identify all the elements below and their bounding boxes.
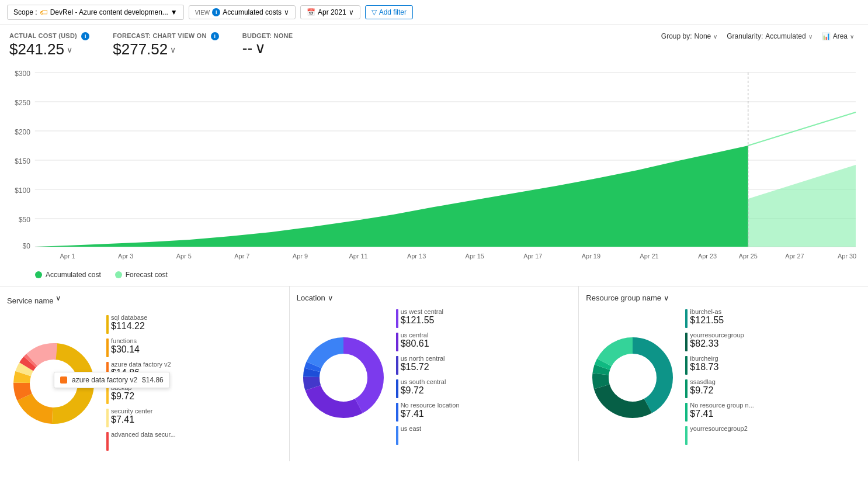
list-item: us west central $121.55 (396, 308, 572, 328)
svg-text:$50: $50 (19, 216, 30, 224)
date-value: Apr 2021 (318, 8, 346, 16)
legend-bar (685, 333, 688, 351)
legend-text: us south central $9.72 (401, 378, 446, 396)
resource-group-panel: Resource group name ∨ ibu (579, 286, 868, 461)
service-donut: azure data factory v2 $14.86 (7, 337, 100, 432)
resource-group-legend-list: iburchel-as $121.55 yourresourcegroup $8… (685, 308, 861, 448)
budget-chevron[interactable]: ∨ (255, 39, 266, 57)
add-filter-button[interactable]: ▽ Add filter (365, 5, 413, 19)
legend-text: security center $7.41 (111, 407, 153, 425)
group-by-chevron: ∨ (713, 33, 717, 40)
location-title: Location (297, 293, 325, 302)
svg-text:Apr 21: Apr 21 (640, 253, 658, 260)
actual-cost-info-icon[interactable]: i (81, 32, 89, 40)
legend-text: yourresourcegroup2 (690, 425, 747, 432)
list-item: us south central $9.72 (396, 378, 572, 398)
forecast-chevron[interactable]: ∨ (170, 45, 176, 54)
svg-text:Apr 23: Apr 23 (698, 253, 717, 260)
tooltip-value: $14.86 (142, 376, 164, 384)
view-info-icon[interactable]: i (212, 8, 220, 16)
tooltip-color-box (60, 376, 67, 384)
metrics-row: ACTUAL COST (USD) i $241.25 ∨ FORECAST: … (0, 25, 868, 61)
resource-group-header[interactable]: Resource group name ∨ (586, 293, 861, 302)
service-name-title: Service name (7, 296, 53, 305)
chart-controls: Group by: None ∨ Granularity: Accumulate… (661, 32, 859, 40)
legend-bar (396, 426, 398, 445)
accumulated-dot (35, 271, 42, 278)
location-panel: Location ∨ us west centra (290, 286, 579, 461)
granularity-button[interactable]: Granularity: Accumulated ∨ (727, 32, 812, 40)
legend-bar (685, 356, 688, 375)
legend-forecast[interactable]: Forecast cost (115, 271, 168, 279)
legend-text: ssasdlag $9.72 (690, 378, 715, 396)
actual-cost-value: $241.25 ∨ (9, 40, 89, 58)
chart-legend: Accumulated cost Forecast cost (0, 268, 868, 286)
legend-bar (106, 432, 109, 451)
legend-bar (106, 409, 109, 427)
calendar-icon: 📅 (307, 8, 315, 16)
list-item: security center $7.41 (106, 407, 282, 427)
service-name-header[interactable]: Service name ∨ (7, 293, 282, 308)
chart-type-icon: 📊 (822, 32, 831, 40)
forecast-value: $277.52 ∨ (113, 40, 219, 58)
resource-group-donut (586, 331, 679, 426)
actual-cost-chevron[interactable]: ∨ (67, 45, 72, 54)
scope-button[interactable]: Scope : 🏷 DevRel - Azure content develop… (7, 5, 184, 20)
svg-text:Apr 19: Apr 19 (582, 253, 600, 260)
svg-text:Apr 7: Apr 7 (234, 253, 249, 260)
list-item: yourresourcegroup $82.33 (685, 331, 861, 351)
resource-group-chevron: ∨ (664, 293, 669, 302)
granularity-value: Accumulated (765, 32, 805, 40)
legend-text: advanced data secur... (111, 431, 176, 438)
location-chevron: ∨ (328, 293, 334, 302)
legend-text: No resource location $7.41 (401, 402, 460, 419)
svg-text:Apr 1: Apr 1 (60, 253, 75, 260)
svg-point-55 (610, 355, 655, 400)
location-legend-list: us west central $121.55 us central $80.6… (396, 308, 572, 448)
list-item: No resource group n... $7.41 (685, 402, 861, 422)
legend-bar (106, 385, 109, 404)
group-by-button[interactable]: Group by: None ∨ (661, 32, 717, 40)
legend-accumulated[interactable]: Accumulated cost (35, 271, 101, 279)
tooltip-label: azure data factory v2 (72, 376, 137, 384)
legend-text: us east (401, 425, 421, 432)
svg-text:$250: $250 (15, 99, 30, 107)
legend-text: iburcheirg $18.73 (690, 355, 718, 372)
view-button[interactable]: VIEW i Accumulated costs ∨ (189, 5, 296, 19)
service-name-chevron: ∨ (55, 293, 61, 302)
granularity-label: Granularity: (727, 32, 763, 40)
view-value: Accumulated costs (223, 8, 282, 16)
chart-type-button[interactable]: 📊 Area ∨ (822, 32, 854, 40)
legend-bar (396, 333, 398, 351)
legend-bar (106, 338, 109, 357)
forecast-dot (115, 271, 122, 278)
legend-bar (106, 315, 109, 334)
forecast-cost-block: FORECAST: CHART VIEW ON i $277.52 ∨ (113, 32, 219, 58)
scope-value: DevRel - Azure content developmen... (50, 8, 168, 16)
svg-text:Apr 25: Apr 25 (739, 253, 758, 260)
svg-text:Apr 15: Apr 15 (466, 253, 484, 260)
date-button[interactable]: 📅 Apr 2021 ∨ (300, 5, 360, 19)
svg-marker-14 (748, 165, 856, 247)
forecast-label: Forecast cost (126, 271, 168, 279)
svg-text:Apr 27: Apr 27 (785, 253, 804, 260)
legend-bar (685, 426, 688, 445)
forecast-info-icon[interactable]: i (211, 32, 219, 40)
legend-text: iburchel-as $121.55 (690, 308, 724, 326)
list-item: yourresourcegroup2 (685, 425, 861, 445)
list-item: advanced data secur... (106, 431, 282, 451)
legend-text: yourresourcegroup $82.33 (690, 331, 744, 349)
budget-block: BUDGET: NONE -- ∨ (242, 32, 293, 57)
scope-icon: 🏷 (40, 8, 48, 17)
legend-text: No resource group n... $7.41 (690, 402, 754, 419)
svg-text:Apr 5: Apr 5 (176, 253, 192, 260)
location-header[interactable]: Location ∨ (297, 293, 572, 302)
list-item: No resource location $7.41 (396, 402, 572, 422)
svg-text:Apr 11: Apr 11 (349, 253, 367, 260)
filter-icon: ▽ (371, 8, 377, 16)
legend-bar (396, 309, 398, 328)
location-content: us west central $121.55 us central $80.6… (297, 308, 572, 448)
list-item: ssasdlag $9.72 (685, 378, 861, 398)
legend-text: functions $30.14 (111, 337, 140, 355)
area-chart: $300 $250 $200 $150 $100 $50 $0 Apr 1 Ap… (9, 65, 859, 264)
